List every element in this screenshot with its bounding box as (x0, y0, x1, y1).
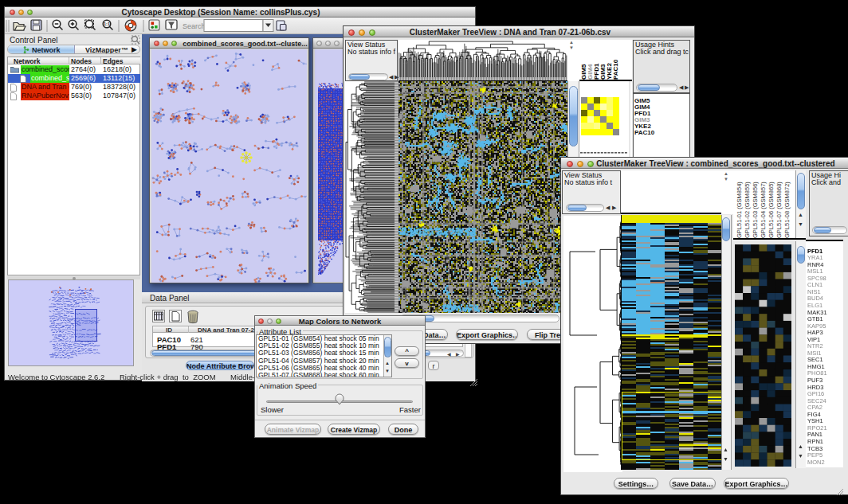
svg-text:Search:: Search: (183, 22, 207, 30)
svg-text:1:1: 1:1 (104, 21, 110, 26)
